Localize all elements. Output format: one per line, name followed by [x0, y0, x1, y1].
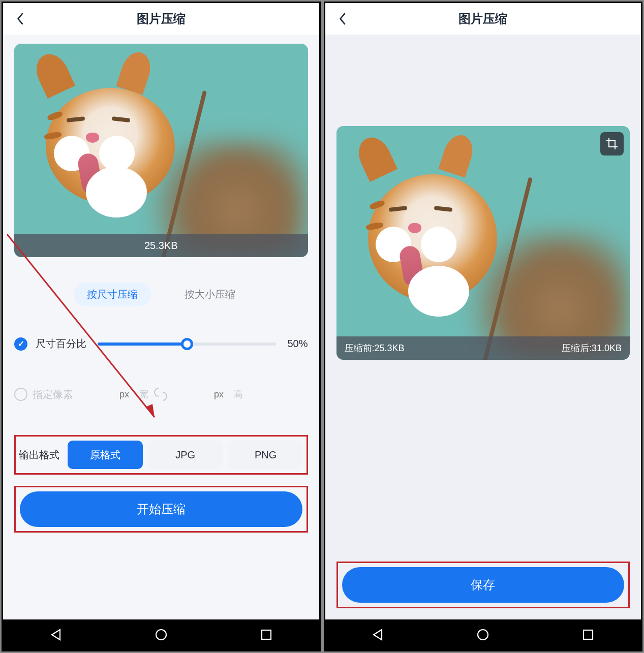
start-button-highlight: 开始压缩 [14, 486, 308, 533]
percent-row: 尺寸百分比 50% [14, 337, 308, 351]
crop-icon [605, 137, 619, 150]
svg-marker-2 [52, 630, 60, 640]
size-before: 压缩前:25.3KB [345, 342, 405, 354]
radio-percent[interactable] [14, 337, 27, 351]
svg-point-3 [156, 630, 166, 640]
radio-pixels[interactable] [14, 388, 27, 401]
content: 压缩前:25.3KB 压缩后:31.0KB 保存 [325, 35, 641, 619]
image-size-label: 25.3KB [14, 234, 308, 257]
pixel-label: 指定像素 [33, 388, 73, 401]
nav-home-icon[interactable] [476, 628, 490, 642]
percent-slider[interactable] [98, 343, 276, 346]
cat-image [336, 126, 630, 360]
page-title: 图片压缩 [137, 11, 186, 27]
back-button[interactable] [336, 12, 350, 25]
page-title: 图片压缩 [458, 11, 507, 27]
format-png-button[interactable]: PNG [228, 441, 303, 469]
image-preview[interactable]: 25.3KB [14, 44, 308, 257]
compress-mode-tabs: 按尺寸压缩 按大小压缩 [14, 283, 308, 306]
slider-thumb[interactable] [181, 338, 193, 350]
nav-recent-icon[interactable] [581, 628, 595, 642]
header: 图片压缩 [325, 3, 641, 35]
svg-marker-5 [374, 630, 382, 640]
back-button[interactable] [14, 12, 27, 25]
swap-icon[interactable] [154, 386, 168, 403]
screen-compress-result: 图片压缩 [324, 2, 643, 651]
nav-home-icon[interactable] [154, 628, 168, 642]
save-button-highlight: 保存 [336, 562, 630, 608]
format-row: 输出格式 原格式 JPG PNG [19, 441, 303, 469]
android-navbar [3, 619, 319, 650]
screen-compress-settings: 图片压缩 25.3KB 按尺寸压缩 [2, 2, 321, 651]
content: 25.3KB 按尺寸压缩 按大小压缩 尺寸百分比 50% 指定像素 宽 高 [3, 35, 319, 619]
header: 图片压缩 [3, 3, 319, 35]
pixel-row: 指定像素 宽 高 [14, 381, 308, 408]
format-jpg-button[interactable]: JPG [148, 441, 223, 469]
percent-value: 50% [287, 338, 308, 350]
svg-point-6 [478, 630, 488, 640]
cat-image [14, 44, 308, 257]
save-button[interactable]: 保存 [342, 567, 625, 603]
android-navbar [325, 619, 641, 650]
format-original-button[interactable]: 原格式 [68, 441, 143, 469]
nav-recent-icon[interactable] [259, 628, 273, 642]
format-label: 输出格式 [19, 448, 59, 462]
format-section-highlight: 输出格式 原格式 JPG PNG [14, 435, 308, 475]
svg-rect-7 [584, 630, 593, 639]
percent-label: 尺寸百分比 [36, 337, 86, 351]
svg-rect-4 [262, 630, 271, 639]
nav-back-icon[interactable] [49, 628, 63, 642]
nav-back-icon[interactable] [371, 628, 385, 642]
height-unit: 高 [234, 388, 243, 400]
tab-by-filesize[interactable]: 按大小压缩 [171, 283, 249, 306]
crop-button[interactable] [600, 132, 624, 156]
tab-by-dimension[interactable]: 按尺寸压缩 [74, 283, 151, 306]
chevron-left-icon [16, 12, 25, 26]
height-input[interactable] [173, 381, 229, 408]
chevron-left-icon [339, 12, 348, 26]
width-input[interactable] [78, 381, 134, 408]
start-compress-button[interactable]: 开始压缩 [20, 491, 302, 527]
size-after: 压缩后:31.0KB [562, 342, 622, 354]
size-compare-strip: 压缩前:25.3KB 压缩后:31.0KB [336, 336, 630, 360]
image-result[interactable]: 压缩前:25.3KB 压缩后:31.0KB [336, 126, 630, 360]
width-unit: 宽 [139, 388, 148, 400]
